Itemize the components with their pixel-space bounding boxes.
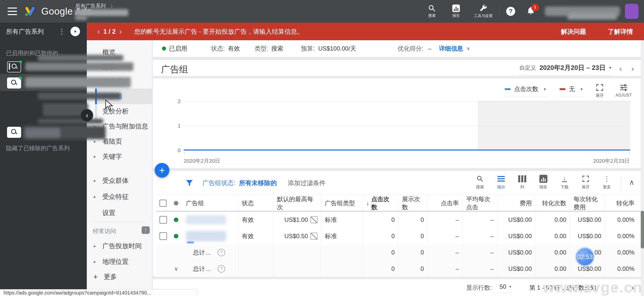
context-expand-button[interactable]: ▾ xyxy=(70,27,80,36)
campaign-context-box: 所有广告系列 ⋮ ▾ xyxy=(0,23,87,40)
menu-item-auction-insights[interactable]: 竞价分析 xyxy=(87,106,152,117)
table-search-button[interactable]: 搜索 xyxy=(471,175,489,190)
date-range-button[interactable]: 自定义 2020年2月20日 – 23日 ▾ xyxy=(518,62,612,75)
table-segment-button[interactable]: 细分 xyxy=(492,175,510,190)
filter-funnel-icon[interactable] xyxy=(186,180,193,187)
billing-alert-bar: 所有广告系列 ⋮ ▾ ‹ 1 / 2 › 您的帐号无法展示广告 - 要开始投放广… xyxy=(0,23,644,40)
topbar-search-button[interactable]: 搜索 xyxy=(420,5,444,18)
topbar-actions: 搜索 报告 工具与设置 ? ! xyxy=(420,0,644,23)
menu-item-demographics[interactable]: ▸ 受众特征 xyxy=(87,191,152,202)
redacted-ad-group-name xyxy=(186,231,226,241)
help-icon[interactable]: ? xyxy=(218,249,225,256)
scrollbar-thumb[interactable] xyxy=(641,211,644,248)
alert-pager: 1 / 2 xyxy=(103,28,116,35)
col-header-avg-cpc[interactable]: 平均每次点击 xyxy=(462,195,497,211)
details-caret-icon[interactable]: ∨ xyxy=(467,46,470,51)
download-icon: ↓ xyxy=(562,175,567,182)
bid-edit-icon[interactable] xyxy=(310,233,317,240)
y-tick-0: 0 xyxy=(173,147,181,153)
search-campaign-icon xyxy=(7,77,21,89)
report-icon xyxy=(452,5,460,12)
context-label: 所有广告系列 xyxy=(6,27,44,36)
context-more-icon[interactable]: ⋮ xyxy=(58,27,65,36)
table-collapse-icon[interactable]: ∧ xyxy=(629,178,634,187)
table-download-button[interactable]: ↓ 下载 xyxy=(555,175,574,190)
col-header-ctr[interactable]: 点击率 xyxy=(427,195,462,211)
primary-metric-swatch xyxy=(505,88,511,90)
filter-label[interactable]: 广告组状态: xyxy=(202,179,235,187)
col-header-cost-per-conv[interactable]: 每次转化费用 xyxy=(570,195,605,211)
menu-item-locations[interactable]: ▸ 地理位置 xyxy=(87,256,152,267)
menu-item-keywords[interactable]: ▸ 关键字 xyxy=(87,151,152,162)
window-scrollbar[interactable] xyxy=(641,40,644,296)
col-header-status[interactable]: 状态 xyxy=(238,195,273,211)
redacted-account-id xyxy=(568,13,617,20)
notifications-button[interactable]: ! xyxy=(527,7,535,16)
bid-edit-icon[interactable] xyxy=(310,216,317,223)
table-expand-button[interactable]: 展开 xyxy=(576,175,595,190)
filter-value[interactable]: 所有未移除的 xyxy=(239,179,277,187)
secondary-metric-selector[interactable]: 无 ▾ xyxy=(559,84,584,97)
campaign-item-selected[interactable] xyxy=(0,74,87,91)
topbar-reports-button[interactable]: 报告 xyxy=(444,5,468,18)
chart-adjust-button[interactable]: ADJUST xyxy=(616,84,632,98)
topbar-tools-button[interactable]: 工具与设置 xyxy=(468,4,498,18)
help-icon[interactable]: ? xyxy=(218,265,225,273)
table-columns-button[interactable]: 列 xyxy=(513,175,532,190)
ad-groups-table-panel: 广告组状态: 所有未移除的 添加过滤条件 搜索 细分 列 报告 xyxy=(153,171,644,276)
details-link[interactable]: 详细信息 xyxy=(439,45,463,53)
x-label-last: 2020年2月23日 xyxy=(593,157,630,164)
col-header-conversions[interactable]: 转化次数 xyxy=(535,195,570,211)
secondary-metric-swatch xyxy=(559,88,566,90)
row-checkbox[interactable] xyxy=(159,232,167,240)
sidebar-collapse-button[interactable]: ‹ xyxy=(81,109,93,121)
menu-item-more[interactable]: + 更多 xyxy=(93,272,117,281)
row-checkbox[interactable] xyxy=(159,216,167,224)
help-button[interactable]: ? xyxy=(506,7,515,16)
learn-more-link[interactable]: 了解详情 xyxy=(608,27,633,36)
select-all-checkbox[interactable] xyxy=(159,200,167,207)
y-tick-1: 1 xyxy=(173,123,181,129)
menu-divider xyxy=(93,222,146,222)
table-row[interactable]: 有效 US$1.00 标准 0 0 – – US$0.00 0.00 US$0.… xyxy=(156,212,642,228)
col-header-conv-rate[interactable]: 转化率 xyxy=(605,195,638,211)
rows-per-page-label: 显示行数: xyxy=(466,284,492,292)
table-more-button[interactable]: ⋮ 更多 xyxy=(597,175,616,190)
redacted-ad-group-name xyxy=(186,215,226,224)
alert-prev-icon[interactable]: ‹ xyxy=(94,27,103,36)
primary-metric-selector[interactable]: 点击次数 ▾ xyxy=(504,84,547,97)
google-ads-app: Google Ads 所有广告系列 〉 搜索 报告 工具与设置 xyxy=(0,0,644,296)
table-report-button[interactable]: 报告 xyxy=(534,175,553,190)
date-prev-icon[interactable]: ‹ xyxy=(617,64,624,73)
date-range-picker: 自定义 2020年2月20日 – 23日 ▾ ‹ › xyxy=(518,62,636,75)
col-header-type[interactable]: 广告组类型 xyxy=(321,195,363,211)
menu-item-audiences[interactable]: ▸ 受众群体 xyxy=(87,175,152,186)
totals-expand-icon[interactable]: ∨ xyxy=(174,266,178,272)
add-filter-button[interactable]: 添加过滤条件 xyxy=(288,179,326,187)
breadcrumb[interactable]: 所有广告系列 〉 xyxy=(75,3,115,9)
col-header-max-cpc[interactable]: 默认的最高每次 xyxy=(273,195,321,211)
date-next-icon[interactable]: › xyxy=(629,64,636,73)
col-header-clicks[interactable]: ↓ 点击次数 xyxy=(363,195,398,211)
redacted-campaign-name xyxy=(25,77,131,88)
budget-label: 预算: xyxy=(301,45,315,53)
rows-per-page-select[interactable]: 50 ▾ xyxy=(498,282,513,293)
caret-down-icon: ▾ xyxy=(509,284,511,289)
table-row[interactable]: 有效 US$0.50 标准 0 0 – – US$0.00 0.00 US$0.… xyxy=(156,228,642,244)
add-ad-group-fab[interactable]: + xyxy=(155,163,169,178)
topbar-divider-2 xyxy=(500,5,500,18)
menu-item-settings[interactable]: 设置 xyxy=(87,207,152,218)
menu-item-ad-schedule[interactable]: ▸ 广告投放时间 xyxy=(87,240,152,251)
alert-message: 您的帐号无法展示广告 - 要开始投放广告，请输入结算信息。 xyxy=(134,27,303,36)
tri-collapsed-icon: ▸ xyxy=(94,178,96,183)
hamburger-menu-icon[interactable] xyxy=(8,8,17,15)
col-header-ad-group[interactable]: 广告组 xyxy=(182,195,238,211)
chart-expand-button[interactable]: 展开 xyxy=(596,84,604,98)
avatar[interactable] xyxy=(625,4,638,19)
alert-next-icon[interactable]: › xyxy=(116,27,125,36)
watermark: www.zvge.cn xyxy=(543,279,642,296)
col-header-impressions[interactable]: 展示次数 xyxy=(398,195,427,211)
fix-issue-link[interactable]: 解决问题 xyxy=(561,27,586,36)
col-header-cost[interactable]: 费用 xyxy=(497,195,535,211)
plus-icon: + xyxy=(93,273,98,281)
